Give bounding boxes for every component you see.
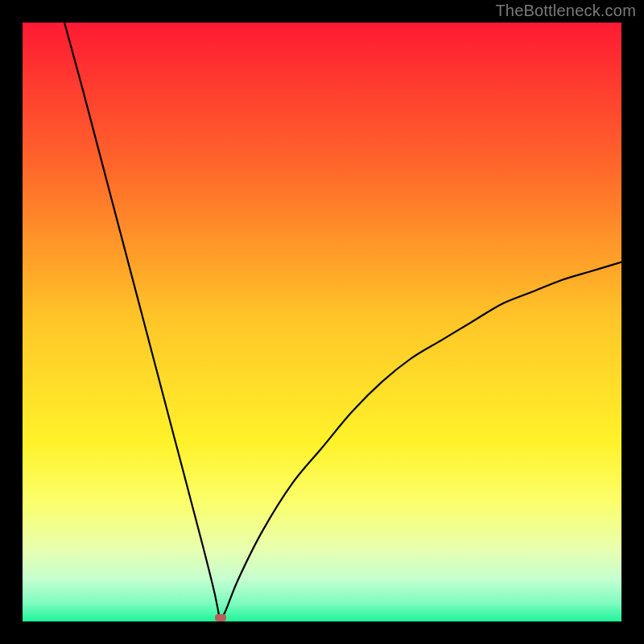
bottleneck-curve — [64, 23, 621, 621]
curve-layer — [23, 23, 621, 621]
min-marker — [215, 614, 226, 621]
chart-frame: { "watermark": "TheBottleneck.com", "col… — [0, 0, 644, 644]
plot-area — [23, 23, 621, 621]
watermark-text: TheBottleneck.com — [495, 2, 636, 20]
